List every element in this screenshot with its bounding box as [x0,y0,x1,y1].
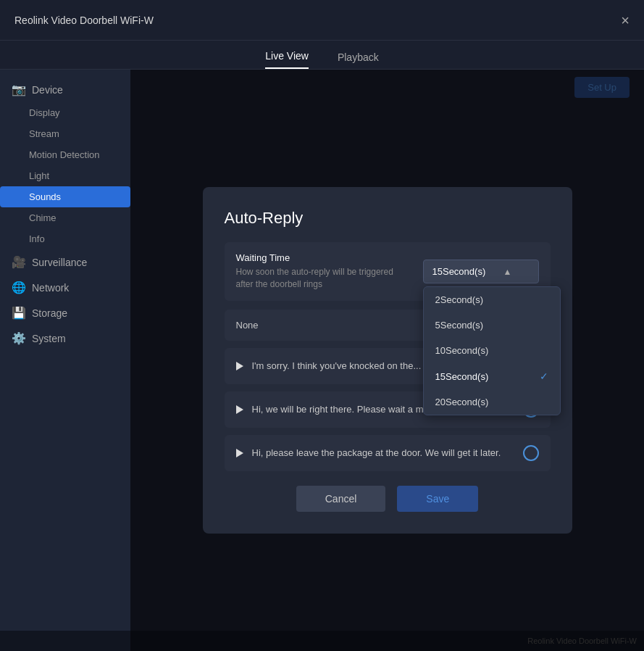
main-content: Set Up Auto-Reply Waiting Time How soon … [130,70,644,651]
play-button-2[interactable] [236,405,243,414]
surveillance-icon: 🎥 [12,255,26,269]
none-label: None [236,320,259,331]
system-icon: ⚙️ [12,331,26,345]
message-row-3: Hi, please leave the package at the door… [225,435,551,471]
tab-live-view[interactable]: Live View [265,50,309,69]
dropdown-item-20s[interactable]: 20Second(s) [424,389,560,415]
dropdown-item-5s[interactable]: 5Second(s) [424,312,560,338]
play-button-3[interactable] [236,449,243,457]
waiting-time-select-wrapper: 15Second(s) ▲ 2Second(s) 5Second(s) 10Se… [423,260,539,283]
sidebar-section-surveillance-label: Surveillance [32,257,87,268]
tab-bar: Live View Playback [0,41,644,70]
select-value: 15Second(s) [432,266,486,277]
dropdown-item-10s[interactable]: 10Second(s) [424,338,560,363]
sidebar-section-surveillance[interactable]: 🎥 Surveillance [0,249,130,275]
check-icon: ✓ [540,370,548,382]
window-title: Reolink Video Doorbell WiFi-W [14,14,154,26]
auto-reply-modal: Auto-Reply Waiting Time How soon the aut… [203,187,572,534]
save-button[interactable]: Save [397,486,478,512]
modal-title: Auto-Reply [225,209,551,228]
message-text-1: I'm sorry. I think you've knocked on the… [252,360,422,371]
dropdown-item-2s[interactable]: 2Second(s) [424,287,560,312]
message-left-2: Hi, we will be right there. Please wait … [236,404,453,415]
modal-footer: Cancel Save [225,486,551,512]
sidebar-section-network[interactable]: 🌐 Network [0,275,130,300]
sidebar-item-sounds[interactable]: Sounds [0,186,130,207]
chevron-up-icon: ▲ [503,267,512,277]
message-left-1: I'm sorry. I think you've knocked on the… [236,360,422,371]
camera-icon: 📷 [12,83,26,96]
sidebar-section-device[interactable]: 📷 Device [0,77,130,102]
sidebar-item-light[interactable]: Light [0,165,130,186]
tab-playback[interactable]: Playback [338,51,379,69]
sidebar-section-storage-label: Storage [32,307,67,319]
play-button-1[interactable] [236,362,243,370]
waiting-time-label: Waiting Time [236,252,410,263]
sidebar-section-system-label: System [32,333,66,344]
cancel-button[interactable]: Cancel [296,486,386,512]
waiting-time-section: Waiting Time How soon the auto-reply wil… [225,242,551,301]
sidebar-section-network-label: Network [32,282,69,294]
waiting-time-desc: How soon the auto-reply will be triggere… [236,266,410,291]
top-bar: Reolink Video Doorbell WiFi-W × [0,0,644,41]
dropdown-item-15s[interactable]: 15Second(s) ✓ [424,363,560,389]
storage-icon: 💾 [12,306,26,320]
waiting-time-select[interactable]: 15Second(s) ▲ [423,260,539,283]
sidebar-item-info[interactable]: Info [0,228,130,249]
sidebar-section-device-label: Device [32,84,63,96]
sidebar-section-storage[interactable]: 💾 Storage [0,300,130,326]
message-left-3: Hi, please leave the package at the door… [236,447,501,458]
message-text-2: Hi, we will be right there. Please wait … [252,404,453,415]
sidebar-item-display[interactable]: Display [0,102,130,123]
sidebar-item-stream[interactable]: Stream [0,123,130,144]
network-icon: 🌐 [12,281,26,294]
sidebar-item-chime[interactable]: Chime [0,207,130,228]
radio-3[interactable] [523,445,539,461]
sidebar: 📷 Device Display Stream Motion Detection… [0,70,130,651]
dropdown-menu: 2Second(s) 5Second(s) 10Second(s) 15Seco… [423,286,561,415]
sidebar-section-system[interactable]: ⚙️ System [0,326,130,351]
message-text-3: Hi, please leave the package at the door… [252,447,501,458]
modal-overlay: Auto-Reply Waiting Time How soon the aut… [130,70,644,651]
close-button[interactable]: × [621,13,630,28]
waiting-time-info: Waiting Time How soon the auto-reply wil… [236,252,410,291]
sidebar-item-motion-detection[interactable]: Motion Detection [0,144,130,165]
